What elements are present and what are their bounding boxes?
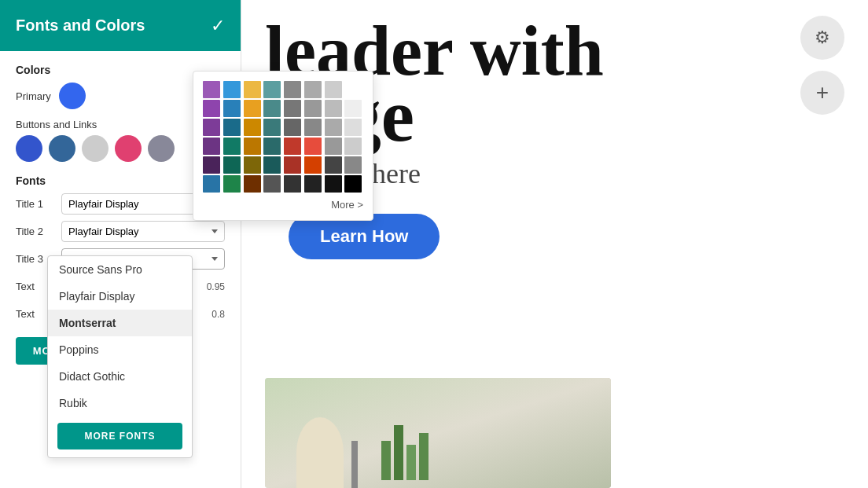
- color-cell-30[interactable]: [325, 138, 342, 155]
- color-cell-24[interactable]: [203, 138, 220, 155]
- gear-button[interactable]: ⚙: [800, 16, 844, 60]
- color-cell-15[interactable]: [344, 100, 362, 117]
- color-cell-43[interactable]: [263, 175, 281, 193]
- color-cell-11[interactable]: [263, 100, 281, 117]
- sidebar-title: Fonts and Colors: [16, 17, 145, 35]
- color-cell-18[interactable]: [244, 119, 261, 136]
- color-cell-6[interactable]: [325, 81, 342, 98]
- color-cell-46[interactable]: [325, 175, 342, 193]
- swatch-2[interactable]: [49, 135, 75, 162]
- swatch-3[interactable]: [82, 135, 108, 162]
- color-more-link[interactable]: More >: [203, 199, 363, 211]
- color-cell-34[interactable]: [244, 156, 261, 174]
- color-cell-44[interactable]: [284, 175, 301, 193]
- font-row-title2: Title 2 Playfair Display: [16, 221, 225, 242]
- font-select-title2[interactable]: Playfair Display: [61, 221, 225, 242]
- font-scale-text1: 0.95: [197, 281, 225, 292]
- font-option-didact[interactable]: Didact Gothic: [48, 363, 192, 390]
- color-grid: [203, 81, 363, 193]
- dropdown-more-fonts-button[interactable]: MORE FONTS: [57, 423, 182, 449]
- color-cell-14[interactable]: [325, 100, 342, 117]
- color-cell-17[interactable]: [223, 119, 241, 136]
- color-cell-10[interactable]: [244, 100, 261, 117]
- color-cell-7[interactable]: [344, 81, 362, 98]
- sidebar: Fonts and Colors ✓ Colors Primary Button…: [0, 0, 241, 488]
- color-cell-9[interactable]: [223, 100, 241, 117]
- color-cell-32[interactable]: [203, 156, 220, 174]
- color-cell-45[interactable]: [304, 175, 322, 193]
- primary-label: Primary: [16, 90, 51, 102]
- color-cell-36[interactable]: [284, 156, 301, 174]
- color-cell-0[interactable]: [203, 81, 220, 98]
- font-label-title1: Title 1: [16, 198, 55, 210]
- check-icon[interactable]: ✓: [211, 16, 225, 36]
- font-dropdown-popup: Source Sans Pro Playfair Display Montser…: [47, 255, 193, 458]
- font-scale-text2: 0.8: [197, 309, 225, 320]
- color-cell-37[interactable]: [304, 156, 322, 174]
- color-cell-47[interactable]: [344, 175, 362, 193]
- swatch-1[interactable]: [16, 135, 42, 162]
- plus-button[interactable]: +: [800, 71, 844, 115]
- color-cell-3[interactable]: [263, 81, 281, 98]
- color-cell-20[interactable]: [284, 119, 301, 136]
- color-cell-28[interactable]: [284, 138, 301, 155]
- color-cell-5[interactable]: [304, 81, 322, 98]
- color-cell-1[interactable]: [223, 81, 241, 98]
- color-cell-21[interactable]: [304, 119, 322, 136]
- color-cell-29[interactable]: [304, 138, 322, 155]
- font-option-poppins[interactable]: Poppins: [48, 336, 192, 363]
- color-cell-22[interactable]: [325, 119, 342, 136]
- gear-icon: ⚙: [815, 28, 830, 48]
- color-cell-42[interactable]: [244, 175, 261, 193]
- sidebar-header: Fonts and Colors ✓: [0, 0, 241, 51]
- font-option-montserrat[interactable]: Montserrat: [48, 310, 192, 336]
- font-label-title2: Title 2: [16, 226, 55, 237]
- bottom-image: [265, 378, 611, 488]
- color-cell-8[interactable]: [203, 100, 220, 117]
- swatch-4[interactable]: [115, 135, 142, 162]
- font-option-source-sans[interactable]: Source Sans Pro: [48, 256, 192, 283]
- color-cell-25[interactable]: [223, 138, 241, 155]
- color-cell-19[interactable]: [263, 119, 281, 136]
- color-cell-13[interactable]: [304, 100, 322, 117]
- color-cell-12[interactable]: [284, 100, 301, 117]
- color-cell-40[interactable]: [203, 175, 220, 193]
- color-cell-39[interactable]: [344, 156, 362, 174]
- color-cell-16[interactable]: [203, 119, 220, 136]
- color-picker-popup: More >: [193, 71, 373, 221]
- primary-color-swatch[interactable]: [59, 83, 86, 109]
- color-cell-23[interactable]: [344, 119, 362, 136]
- color-cell-31[interactable]: [344, 138, 362, 155]
- color-cell-2[interactable]: [244, 81, 261, 98]
- plus-icon: +: [816, 80, 829, 105]
- swatch-5[interactable]: [148, 135, 175, 162]
- font-option-rubik[interactable]: Rubik: [48, 390, 192, 416]
- color-cell-26[interactable]: [244, 138, 261, 155]
- color-cell-4[interactable]: [284, 81, 301, 98]
- color-cell-41[interactable]: [223, 175, 241, 193]
- color-cell-35[interactable]: [263, 156, 281, 174]
- color-cell-38[interactable]: [325, 156, 342, 174]
- font-option-playfair[interactable]: Playfair Display: [48, 283, 192, 310]
- color-cell-27[interactable]: [263, 138, 281, 155]
- color-cell-33[interactable]: [223, 156, 241, 174]
